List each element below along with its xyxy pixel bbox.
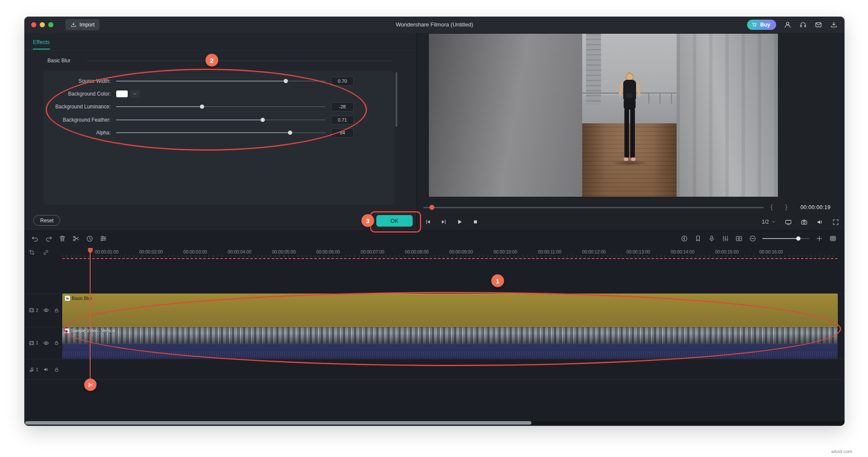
effect-parameters-panel: Source Width:0.70Background Color:Backgr…	[44, 71, 394, 205]
video-track-icon	[29, 307, 35, 313]
minimize-window-button[interactable]	[40, 22, 45, 27]
zoom-value: 1/2	[762, 219, 769, 225]
track-tools	[29, 249, 49, 256]
video-clip-name: Sample Video - Vertical	[71, 329, 115, 333]
param-slider[interactable]	[116, 128, 326, 138]
track-number: 1	[36, 341, 38, 345]
lock-icon[interactable]	[54, 367, 59, 373]
param-value-box[interactable]: -28	[331, 102, 354, 111]
param-row: Background Luminance:-28	[44, 102, 394, 112]
effect-section-title: Basic Blur	[47, 58, 70, 64]
param-slider[interactable]	[116, 102, 326, 112]
clip-sample-video[interactable]: ▶ Sample Video - Vertical	[62, 327, 838, 343]
previous-frame-icon[interactable]	[425, 218, 431, 225]
support-icon[interactable]	[799, 21, 807, 29]
volume-icon[interactable]	[816, 218, 824, 226]
lock-icon[interactable]	[54, 308, 59, 313]
panel-scrollbar[interactable]	[396, 72, 397, 127]
scrollbar-thumb[interactable]	[25, 421, 531, 425]
undo-icon[interactable]	[31, 235, 39, 242]
track-type-video: 2	[29, 307, 38, 313]
preview-timecode: 00:00:00:19	[801, 204, 830, 210]
slider-handle[interactable]	[288, 131, 292, 135]
preview-zoom-select[interactable]: 1/2	[762, 219, 776, 225]
param-row: Alpha:84	[44, 128, 394, 138]
message-icon[interactable]	[815, 21, 822, 29]
param-value-box[interactable]: 84	[331, 128, 354, 137]
track-number: 1	[36, 367, 38, 372]
desktop-background: Import Wondershare Filmora (Untitled) Bu…	[0, 0, 868, 457]
preview-seek-bar[interactable]	[423, 207, 764, 208]
preview-right-controls: 1/2	[762, 216, 839, 227]
mute-icon[interactable]	[43, 367, 49, 373]
annotation-step-3-badge: 3	[361, 214, 374, 227]
param-label: Alpha:	[44, 128, 111, 138]
cart-icon	[751, 22, 757, 28]
param-label: Background Luminance:	[44, 102, 111, 112]
timeline-panel: 00:00:01:0000:00:02:0000:00:03:0000:00:0…	[24, 230, 845, 426]
mark-in-button[interactable]: {	[771, 203, 773, 210]
video-clip-icon: ▶	[65, 329, 69, 333]
import-icon	[70, 22, 76, 28]
titlebar-right-cluster: Buy	[747, 17, 838, 33]
annotation-step-2-badge: 2	[205, 54, 218, 67]
color-dropdown-button[interactable]	[130, 90, 140, 98]
zoom-window-button[interactable]	[48, 22, 53, 27]
dual-screen-icon[interactable]	[785, 218, 792, 226]
play-icon[interactable]	[456, 218, 463, 225]
crop-icon[interactable]	[29, 249, 35, 256]
slider-handle[interactable]	[261, 118, 265, 122]
eye-icon[interactable]	[43, 340, 49, 346]
railing-post	[660, 93, 660, 104]
import-button[interactable]: Import	[65, 19, 100, 30]
fullscreen-icon[interactable]	[832, 218, 839, 226]
chevron-down-icon	[132, 91, 138, 96]
pier-structure	[586, 34, 601, 105]
ok-button[interactable]: OK	[376, 215, 413, 227]
chevron-down-icon	[771, 219, 776, 224]
lock-icon[interactable]	[54, 340, 59, 346]
tab-effects[interactable]: Effects	[33, 39, 50, 49]
annotation-step-1-badge: 1	[491, 274, 504, 287]
split-at-playhead-button[interactable]	[84, 378, 97, 391]
clip-sample-video-audio[interactable]	[62, 343, 838, 359]
import-label: Import	[79, 22, 94, 28]
mark-out-button[interactable]: }	[785, 203, 787, 210]
param-slider[interactable]	[116, 76, 326, 86]
effect-clip-icon: fx	[65, 296, 70, 301]
track-header-video-1: 1	[24, 327, 61, 359]
track-number: 2	[36, 308, 38, 313]
reset-button[interactable]: Reset	[33, 215, 60, 226]
clip-label: fx Basic Blur	[65, 296, 92, 301]
download-icon[interactable]	[830, 21, 838, 29]
next-frame-icon[interactable]	[440, 218, 447, 225]
section-divider	[86, 61, 393, 61]
playhead-line[interactable]	[90, 248, 91, 385]
account-icon[interactable]	[784, 21, 792, 29]
close-window-button[interactable]	[31, 22, 36, 27]
slider-handle[interactable]	[284, 79, 288, 83]
background-color-swatch[interactable]	[116, 90, 128, 97]
timeline-scrollbar[interactable]	[24, 421, 845, 425]
link-icon[interactable]	[43, 249, 49, 256]
param-label: Background Feather:	[44, 115, 111, 125]
railing-post	[671, 93, 672, 104]
slider-handle[interactable]	[200, 105, 204, 109]
track-header-audio-1: 1	[24, 360, 61, 379]
clips-area: fx Basic Blur ▶ Sample Video - Vertical	[62, 231, 838, 426]
filmora-window: Import Wondershare Filmora (Untitled) Bu…	[24, 17, 845, 426]
seek-handle[interactable]	[429, 205, 434, 210]
stop-icon[interactable]	[472, 218, 479, 225]
redo-icon[interactable]	[45, 235, 53, 242]
video-track-icon	[29, 340, 35, 346]
effect-clip-name: Basic Blur	[72, 296, 92, 301]
audio-track-icon	[29, 367, 35, 373]
eye-icon[interactable]	[43, 307, 49, 313]
param-row: Background Color:	[44, 89, 394, 99]
snapshot-icon[interactable]	[801, 218, 808, 226]
clip-basic-blur[interactable]: fx Basic Blur	[62, 294, 838, 327]
param-slider[interactable]	[116, 115, 326, 125]
param-value-box[interactable]: 0.70	[331, 77, 354, 86]
buy-button[interactable]: Buy	[747, 20, 776, 30]
param-value-box[interactable]: 0.71	[331, 116, 354, 125]
